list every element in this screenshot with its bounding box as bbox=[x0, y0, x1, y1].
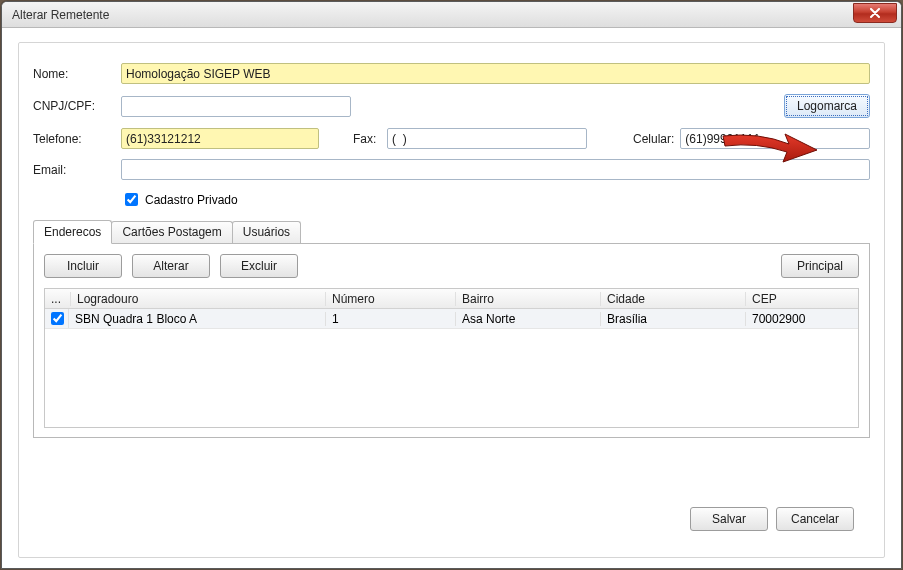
enderecos-table: ... Logradouro Número Bairro Cidade CEP … bbox=[44, 288, 859, 428]
td-cep: 70002900 bbox=[746, 312, 858, 326]
email-label: Email: bbox=[33, 163, 115, 177]
close-button[interactable] bbox=[853, 3, 897, 23]
alterar-button[interactable]: Alterar bbox=[132, 254, 210, 278]
th-cidade[interactable]: Cidade bbox=[601, 292, 746, 306]
table-row[interactable]: SBN Quadra 1 Bloco A 1 Asa Norte Brasíli… bbox=[45, 309, 858, 329]
th-bairro[interactable]: Bairro bbox=[456, 292, 601, 306]
dialog-window: Alterar Remetente Nome: CNPJ/CPF: Logoma… bbox=[1, 1, 902, 569]
td-bairro: Asa Norte bbox=[456, 312, 601, 326]
nome-input[interactable] bbox=[121, 63, 870, 84]
incluir-button[interactable]: Incluir bbox=[44, 254, 122, 278]
enderecos-toolbar: Incluir Alterar Excluir Principal bbox=[44, 254, 859, 278]
celular-label: Celular: bbox=[633, 132, 674, 146]
salvar-button[interactable]: Salvar bbox=[690, 507, 768, 531]
th-logradouro[interactable]: Logradouro bbox=[71, 292, 326, 306]
cnpj-input[interactable] bbox=[121, 96, 351, 117]
cadastro-privado-label: Cadastro Privado bbox=[145, 193, 238, 207]
main-panel: Nome: CNPJ/CPF: Logomarca Telefone: Fax:… bbox=[18, 42, 885, 558]
td-logradouro: SBN Quadra 1 Bloco A bbox=[69, 312, 326, 326]
th-ellipsis[interactable]: ... bbox=[45, 292, 71, 306]
tab-enderecos[interactable]: Enderecos bbox=[33, 220, 112, 244]
row-checkbox[interactable] bbox=[51, 312, 64, 325]
window-title: Alterar Remetente bbox=[12, 8, 109, 22]
telefone-label: Telefone: bbox=[33, 132, 115, 146]
cnpj-label: CNPJ/CPF: bbox=[33, 99, 115, 113]
cadastro-privado-checkbox-wrap[interactable]: Cadastro Privado bbox=[121, 190, 238, 209]
celular-input[interactable] bbox=[680, 128, 870, 149]
table-header: ... Logradouro Número Bairro Cidade CEP bbox=[45, 289, 858, 309]
tab-body-enderecos: Incluir Alterar Excluir Principal ... Lo… bbox=[33, 244, 870, 438]
logomarca-button[interactable]: Logomarca bbox=[784, 94, 870, 118]
tab-cartoes[interactable]: Cartões Postagem bbox=[111, 221, 232, 243]
nome-label: Nome: bbox=[33, 67, 115, 81]
content-area: Nome: CNPJ/CPF: Logomarca Telefone: Fax:… bbox=[2, 28, 901, 568]
close-icon bbox=[869, 8, 881, 18]
fax-input[interactable] bbox=[387, 128, 587, 149]
th-cep[interactable]: CEP bbox=[746, 292, 858, 306]
dialog-footer-buttons: Salvar Cancelar bbox=[690, 507, 854, 531]
email-input[interactable] bbox=[121, 159, 870, 180]
tabs: Enderecos Cartões Postagem Usuários Incl… bbox=[33, 221, 870, 438]
cancelar-button[interactable]: Cancelar bbox=[776, 507, 854, 531]
td-cidade: Brasília bbox=[601, 312, 746, 326]
cadastro-privado-checkbox[interactable] bbox=[125, 193, 138, 206]
row-checkbox-cell bbox=[45, 309, 69, 328]
telefone-input[interactable] bbox=[121, 128, 319, 149]
excluir-button[interactable]: Excluir bbox=[220, 254, 298, 278]
principal-button[interactable]: Principal bbox=[781, 254, 859, 278]
td-numero: 1 bbox=[326, 312, 456, 326]
titlebar: Alterar Remetente bbox=[2, 2, 901, 28]
th-numero[interactable]: Número bbox=[326, 292, 456, 306]
fax-label: Fax: bbox=[353, 132, 381, 146]
tab-strip: Enderecos Cartões Postagem Usuários bbox=[33, 221, 870, 244]
tab-usuarios[interactable]: Usuários bbox=[232, 221, 301, 243]
